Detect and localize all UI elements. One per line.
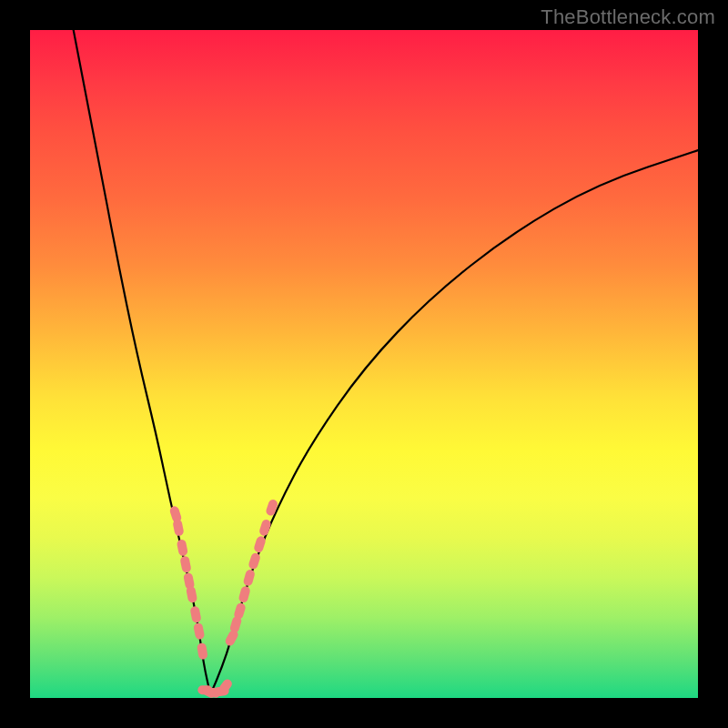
sample-dot xyxy=(197,642,208,660)
curve-right-arm xyxy=(210,150,698,694)
sample-dot xyxy=(248,551,261,570)
chart-frame: TheBottleneck.com xyxy=(0,0,728,728)
sample-dot xyxy=(186,585,197,603)
watermark-text: TheBottleneck.com xyxy=(541,5,715,29)
sample-dot xyxy=(243,569,256,587)
sample-dot xyxy=(238,585,250,603)
sample-dot xyxy=(265,499,278,517)
sample-dots xyxy=(168,499,278,700)
sample-dot xyxy=(177,539,188,557)
curve-svg xyxy=(30,30,698,698)
sample-dot xyxy=(172,519,184,537)
bottleneck-curve xyxy=(74,30,698,694)
sample-dot xyxy=(179,555,191,573)
sample-dot xyxy=(189,605,201,623)
sample-dot xyxy=(193,622,205,641)
plot-area xyxy=(30,30,698,698)
